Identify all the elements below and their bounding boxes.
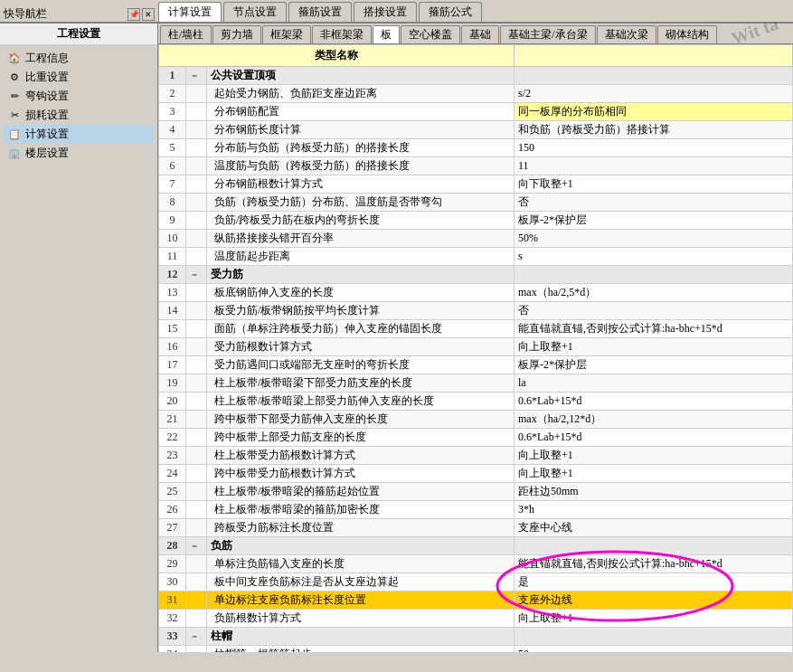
sub-tab-foundation-beam[interactable]: 基础主梁/承台梁 [500, 25, 595, 43]
sidebar-item-floors[interactable]: 🏢 楼层设置 [4, 144, 154, 163]
section-neg: 28 － 负筋 [159, 537, 793, 555]
table-row[interactable]: 30 板中间支座负筋标注是否从支座边算起 是 [159, 573, 793, 592]
sidebar-item-loss[interactable]: ✂ 损耗设置 [4, 106, 154, 125]
sub-tab-foundation[interactable]: 基础 [461, 25, 499, 43]
col-header-value [515, 45, 793, 67]
table-row[interactable]: 24 跨中板带受力筋根数计算方式 向上取整+1 [159, 465, 793, 483]
table-row[interactable]: 10 纵筋搭接接头错开百分率 50% [159, 230, 793, 248]
table-row[interactable]: 32 负筋根数计算方式 向上取整+1 [159, 610, 793, 628]
table-row[interactable]: 3 分布钢筋配置 同一板厚的分布筋相同 [159, 103, 793, 121]
main-tab-2[interactable]: 箍筋设置 [288, 2, 352, 22]
sidebar-item-project-info[interactable]: 🏠 工程信息 [4, 49, 154, 68]
table-row[interactable]: 5 分布筋与负筋（跨板受力筋）的搭接长度 150 [159, 139, 793, 157]
sub-tab-hollow[interactable]: 空心楼盖 [401, 25, 460, 43]
table-row[interactable]: 34 柱帽第一根箍筋起步 50 [159, 646, 793, 653]
table-row[interactable]: 25 柱上板带/板带暗梁的箍筋起始位置 距柱边50mm [159, 483, 793, 501]
loss-icon: ✂ [7, 109, 22, 123]
table-row[interactable]: 22 跨中板带上部受力筋支座的长度 0.6*Lab+15*d [159, 429, 793, 447]
sidebar-item-weight[interactable]: ⚙ 比重设置 [4, 68, 154, 87]
main-tab-4[interactable]: 箍筋公式 [419, 2, 482, 22]
table-row[interactable]: 7 分布钢筋根数计算方式 向下取整+1 [159, 175, 793, 194]
table-row[interactable]: 6 温度筋与负筋（跨板受力筋）的搭接长度 11 [159, 157, 793, 175]
panel-title-label: 快导航栏 [4, 6, 47, 22]
sidebar-title: 工程设置 [0, 24, 157, 45]
table-row[interactable]: 8 负筋（跨板受力筋）分布筋、温度筋是否带弯勾 否 [159, 194, 793, 212]
table-row[interactable]: 19 柱上板带/板带暗梁下部受力筋支座的长度 la [159, 374, 793, 393]
sub-tab-foundation-secondary[interactable]: 基础次梁 [597, 25, 656, 43]
section-tension: 12 － 受力筋 [159, 266, 793, 284]
settings-table-container: 类型名称 1 － 公共设置顶项 2 起始受力钢筋、负筋距 [158, 44, 793, 652]
panel-close-icon[interactable]: ✕ [142, 8, 155, 21]
table-row[interactable]: 9 负筋/跨板受力筋在板内的弯折长度 板厚-2*保护层 [159, 212, 793, 230]
table-row[interactable]: 11 温度筋起步距离 s [159, 248, 793, 266]
table-row[interactable]: 23 柱上板带受力筋根数计算方式 向上取整+1 [159, 447, 793, 465]
sidebar-item-hook[interactable]: ✏ 弯钩设置 [4, 87, 154, 106]
section-public: 1 － 公共设置顶项 [159, 67, 793, 85]
table-row[interactable]: 13 板底钢筋伸入支座的长度 max（ha/2,5*d） [159, 284, 793, 302]
sub-tab-non-frame-beam[interactable]: 非框架梁 [312, 25, 372, 43]
floors-icon: 🏢 [7, 147, 22, 161]
table-row-highlighted[interactable]: 31 单边标注支座负筋标注长度位置 支座外边线 [159, 592, 793, 610]
panel-pin-icon[interactable]: 📌 [127, 8, 140, 21]
main-tab-1[interactable]: 节点设置 [223, 2, 287, 22]
table-row[interactable]: 20 柱上板带/板带暗梁上部受力筋伸入支座的长度 0.6*Lab+15*d [159, 393, 793, 411]
project-info-icon: 🏠 [7, 52, 22, 66]
table-row[interactable]: 15 面筋（单标注跨板受力筋）伸入支座的锚固长度 能直锚就直锚,否则按公式计算:… [159, 320, 793, 338]
table-row[interactable]: 27 跨板受力筋标注长度位置 支座中心线 [159, 519, 793, 537]
table-row[interactable]: 17 受力筋遇间口或端部无支座时的弯折长度 板厚-2*保护层 [159, 356, 793, 374]
weight-icon: ⚙ [7, 71, 22, 85]
table-row[interactable]: 29 单标注负筋锚入支座的长度 能直锚就直锚,否则按公式计算:ha-bhc+15… [159, 555, 793, 573]
table-row[interactable]: 14 板受力筋/板带钢筋按平均长度计算 否 [159, 302, 793, 320]
table-row[interactable]: 2 起始受力钢筋、负筋距支座边距离 s/2 [159, 85, 793, 103]
table-row[interactable]: 16 受力筋根数计算方式 向上取整+1 [159, 338, 793, 356]
calc-icon: 📋 [7, 128, 22, 142]
sub-tab-shear[interactable]: 剪力墙 [212, 25, 261, 43]
sub-tab-column[interactable]: 柱/墙柱 [160, 25, 212, 43]
main-tab-0[interactable]: 计算设置 [158, 2, 222, 22]
sub-tab-slab[interactable]: 板 [373, 25, 400, 43]
table-row[interactable]: 26 柱上板带/板带暗梁的箍筋加密长度 3*h [159, 501, 793, 519]
table-row[interactable]: 21 跨中板带下部受力筋伸入支座的长度 max（ha/2,12*d） [159, 411, 793, 429]
col-header-name: 类型名称 [159, 45, 515, 67]
hook-icon: ✏ [7, 90, 22, 104]
section-column-cap: 33 － 柱帽 [159, 628, 793, 646]
sub-tab-masonry[interactable]: 砌体结构 [657, 25, 717, 43]
main-tab-3[interactable]: 搭接设置 [354, 2, 417, 22]
table-row[interactable]: 4 分布钢筋长度计算 和负筋（跨板受力筋）搭接计算 [159, 121, 793, 139]
sidebar-item-calc[interactable]: 📋 计算设置 [4, 125, 154, 144]
sub-tab-frame-beam[interactable]: 框架梁 [262, 25, 311, 43]
